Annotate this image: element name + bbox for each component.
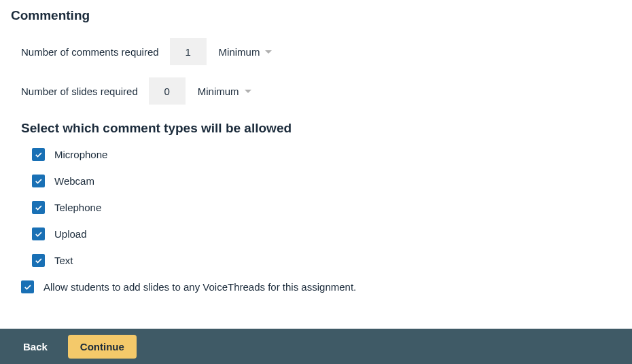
back-button[interactable]: Back [23, 341, 48, 352]
chevron-down-icon [245, 90, 251, 93]
check-icon [34, 150, 43, 160]
comment-type-text-label: Text [54, 255, 73, 266]
comment-type-microphone-checkbox[interactable] [32, 148, 45, 161]
num-slides-mode-label: Minimum [198, 86, 239, 97]
chevron-down-icon [265, 50, 272, 54]
num-comments-input[interactable] [170, 38, 207, 65]
comment-type-webcam-label: Webcam [54, 175, 94, 187]
comment-type-microphone: Microphone [32, 148, 621, 161]
num-comments-row: Number of comments required Minimum [21, 38, 621, 65]
comment-type-text: Text [32, 254, 621, 267]
comment-type-webcam: Webcam [32, 175, 621, 187]
check-icon [34, 230, 43, 239]
comment-type-microphone-label: Microphone [54, 149, 107, 160]
comment-type-upload-label: Upload [54, 228, 87, 240]
comment-types-heading: Select which comment types will be allow… [21, 121, 621, 136]
num-slides-mode-dropdown[interactable]: Minimum [196, 83, 253, 100]
check-icon [34, 256, 43, 266]
allow-add-slides-checkbox[interactable] [21, 280, 34, 293]
allow-add-slides-row: Allow students to add slides to any Voic… [21, 280, 621, 293]
comment-type-text-checkbox[interactable] [32, 254, 45, 267]
allow-add-slides-label: Allow students to add slides to any Voic… [43, 281, 356, 293]
comment-types-list: Microphone Webcam Telephone Upload Text [32, 148, 621, 267]
comment-type-telephone: Telephone [32, 201, 621, 214]
check-icon [23, 283, 33, 292]
num-comments-mode-dropdown[interactable]: Minimum [217, 43, 274, 60]
num-slides-label: Number of slides required [21, 86, 138, 97]
commenting-heading: Commenting [11, 8, 621, 23]
comment-type-telephone-checkbox[interactable] [32, 201, 45, 214]
comment-type-webcam-checkbox[interactable] [32, 175, 45, 187]
comment-type-telephone-label: Telephone [54, 202, 101, 213]
footer-bar: Back Continue [0, 329, 632, 364]
check-icon [34, 203, 43, 213]
check-icon [34, 177, 43, 186]
continue-button[interactable]: Continue [68, 335, 137, 359]
comment-type-upload: Upload [32, 228, 621, 240]
num-comments-mode-label: Minimum [219, 46, 260, 58]
num-slides-row: Number of slides required Minimum [21, 77, 621, 105]
num-comments-label: Number of comments required [21, 46, 159, 58]
num-slides-input[interactable] [149, 77, 186, 105]
comment-type-upload-checkbox[interactable] [32, 228, 45, 240]
